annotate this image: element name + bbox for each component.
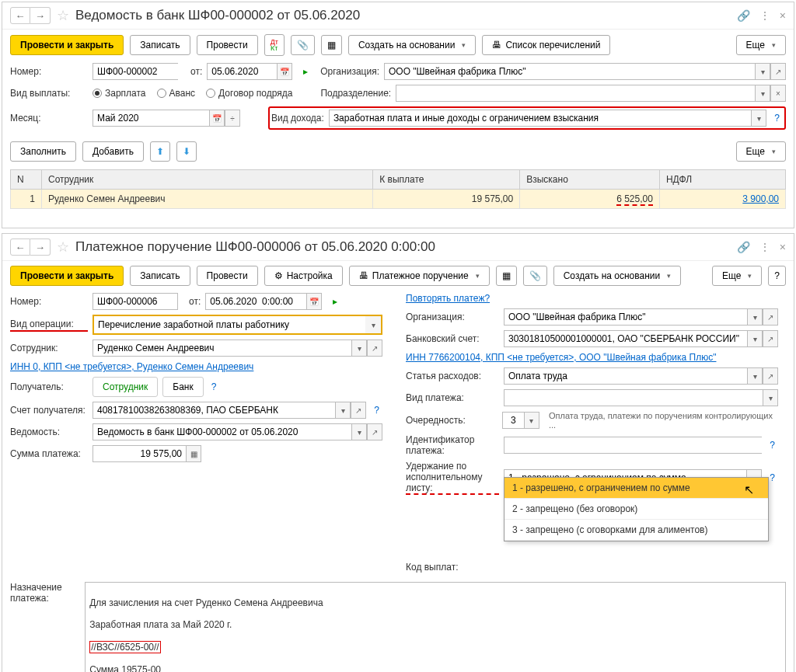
favorite-icon[interactable]: ☆ [57,239,69,256]
dropdown-icon[interactable]: ▾ [751,110,766,127]
open-icon[interactable]: ↗ [763,308,778,326]
month-input[interactable] [93,110,209,127]
statement-input[interactable] [93,423,351,440]
more-button[interactable]: Еще [712,266,762,286]
inn-link-right[interactable]: ИНН 7766200104, КПП <не требуется>, ООО … [406,352,716,363]
link-icon[interactable]: 🔗 [737,9,750,22]
dropdown-icon[interactable]: ▾ [524,412,539,429]
close-icon[interactable]: × [780,9,786,22]
add-button[interactable]: Добавить [82,141,144,162]
dropdown-option-3[interactable]: 3 - запрещено (с оговорками для алименто… [504,520,768,541]
help-icon[interactable]: ? [771,113,783,124]
related-button[interactable]: ▦ [321,35,342,55]
sum-input[interactable] [93,445,186,462]
number-input[interactable] [93,63,178,80]
tab-bank[interactable]: Банк [162,377,203,397]
dept-label: Подразделение: [320,88,391,99]
stepper-icon[interactable]: ÷ [225,110,240,127]
transfer-list-button[interactable]: 🖶 Список перечислений [482,35,610,55]
tab-employee[interactable]: Сотрудник [93,377,158,397]
save-button[interactable]: Записать [130,35,190,55]
post-button[interactable]: Провести [197,266,258,286]
nav-back[interactable]: ← [10,7,30,24]
dropdown-icon[interactable]: ▾ [747,330,763,347]
dt-kt-button[interactable]: ДтКт [264,34,285,56]
link-icon[interactable]: 🔗 [737,241,750,253]
print-button[interactable]: 🖶 Платежное поручение [349,266,490,286]
help-icon[interactable]: ? [766,440,778,451]
purpose-textarea[interactable]: Для зачисления на счет Руденко Семена Ан… [85,582,786,672]
open-icon[interactable]: ↗ [763,330,778,347]
open-icon[interactable]: ↗ [351,402,366,419]
bank-acc-input[interactable] [504,330,747,347]
inn-link-left[interactable]: ИНН 0, КПП <не требуется>, Руденко Семен… [10,361,253,372]
dropdown-icon[interactable]: ▾ [763,389,778,406]
dropdown-icon[interactable]: ▾ [351,423,367,440]
help-button[interactable]: ? [768,266,786,286]
org-label: Организация: [320,66,379,77]
calendar-icon[interactable]: 📅 [209,110,225,127]
clear-icon[interactable]: × [770,85,786,102]
nav-forward[interactable]: → [30,239,51,256]
more-icon[interactable]: ⋮ [759,9,770,22]
calendar-icon[interactable]: 📅 [306,293,322,310]
dropdown-icon[interactable]: ▾ [335,402,351,419]
open-icon[interactable]: ↗ [763,367,778,385]
favorite-icon[interactable]: ☆ [57,7,69,24]
priority-input[interactable] [502,412,524,429]
org-input[interactable] [504,308,747,326]
more-button[interactable]: Еще [736,35,786,55]
dropdown-icon[interactable]: ▾ [755,63,770,80]
dropdown-icon[interactable]: ▾ [755,85,770,102]
save-button[interactable]: Записать [130,266,190,286]
recip-acc-input[interactable] [93,402,335,419]
open-icon[interactable]: ↗ [770,63,786,80]
radio-advance[interactable]: Аванс [157,88,196,99]
help-icon[interactable]: ? [371,405,382,416]
open-icon[interactable]: ↗ [367,339,382,357]
payment-kind-input[interactable] [504,389,763,406]
dropdown-option-2[interactable]: 2 - запрещено (без оговорок) [504,499,768,520]
expense-input[interactable] [504,367,747,385]
post-button[interactable]: Провести [197,35,258,55]
employee-input[interactable] [93,339,351,357]
dropdown-icon[interactable]: ▾ [747,367,763,385]
calculator-icon[interactable]: ▦ [186,445,201,462]
calendar-icon[interactable]: 📅 [277,63,292,80]
payment-type-label: Вид выплаты: [10,88,88,99]
help-icon[interactable]: ? [208,381,220,392]
dropdown-icon[interactable]: ▾ [365,316,381,333]
related-button[interactable]: ▦ [496,266,517,286]
date-input[interactable] [207,63,277,80]
table-row[interactable]: 1 Руденко Семен Андреевич 19 575,00 6 52… [11,190,786,209]
settings-button[interactable]: ⚙ Настройка [264,266,343,286]
attach-button[interactable]: 📎 [523,266,547,286]
op-type-input[interactable] [94,316,365,333]
dept-input[interactable] [396,85,755,102]
move-down-button[interactable]: ⬇ [176,141,197,162]
org-input[interactable] [384,63,755,80]
post-close-button[interactable]: Провести и закрыть [10,266,124,286]
nav-forward[interactable]: → [30,7,51,24]
radio-salary[interactable]: Зарплата [93,88,146,99]
dropdown-icon[interactable]: ▾ [747,308,763,326]
dropdown-option-1[interactable]: 1 - разрешено, с ограничением по сумме [504,478,768,499]
income-type-input[interactable] [329,110,751,127]
open-icon[interactable]: ↗ [367,423,382,440]
create-based-button[interactable]: Создать на основании [348,35,477,55]
create-based-button[interactable]: Создать на основании [553,266,682,286]
nav-back[interactable]: ← [10,239,30,256]
post-close-button[interactable]: Провести и закрыть [10,35,124,55]
radio-contract[interactable]: Договор подряда [206,88,292,99]
fill-button[interactable]: Заполнить [10,141,76,162]
date-input[interactable] [205,293,306,310]
number-input[interactable] [93,293,178,310]
attach-button[interactable]: 📎 [291,35,315,55]
more-icon[interactable]: ⋮ [759,241,770,253]
close-icon[interactable]: × [780,241,786,253]
payment-id-input[interactable] [504,437,762,454]
dropdown-icon[interactable]: ▾ [351,339,367,357]
repeat-link[interactable]: Повторять платеж? [406,293,490,304]
more-button[interactable]: Еще [736,141,786,162]
move-up-button[interactable]: ⬆ [150,141,170,162]
